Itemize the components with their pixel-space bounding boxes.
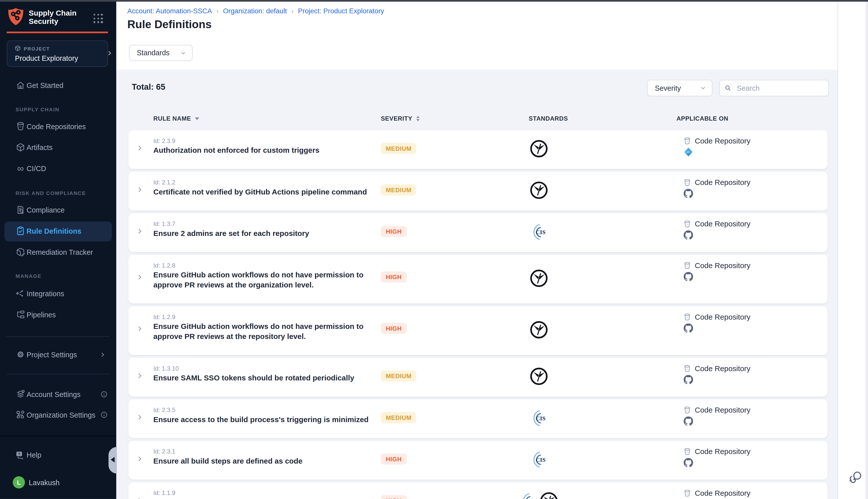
- sidebar-item-artifacts[interactable]: Artifacts: [0, 138, 116, 157]
- code-repository-icon: </>: [683, 137, 692, 145]
- table-row[interactable]: Id: 2.3.5 Ensure access to the build pro…: [128, 399, 828, 438]
- search-box[interactable]: [719, 80, 829, 96]
- table-row[interactable]: Id: 2.1.2 Certificate not verified by Gi…: [128, 172, 828, 210]
- table-row[interactable]: Id: 2.3.1 Ensure all build steps are def…: [128, 441, 828, 479]
- row-expand-chevron-icon[interactable]: [128, 358, 153, 397]
- row-expand-chevron-icon[interactable]: [128, 172, 153, 210]
- sidebar-item-project-settings[interactable]: Project Settings: [0, 345, 116, 364]
- sidebar-item-help[interactable]: ? Help: [0, 445, 116, 464]
- applicable-on-label: Code Repository: [695, 313, 751, 321]
- sidebar-item-label: Code Repositories: [27, 122, 86, 130]
- row-expand-chevron-icon[interactable]: [128, 441, 153, 479]
- sidebar-item-pipelines[interactable]: Pipelines: [0, 305, 116, 324]
- sidebar-item-remediation-tracker[interactable]: Remediation Tracker: [0, 242, 116, 261]
- code-repository-icon: </>: [683, 406, 692, 414]
- sidebar-item-integrations[interactable]: Integrations: [0, 284, 116, 303]
- right-gutter: [838, 0, 868, 499]
- row-expand-chevron-icon[interactable]: [128, 213, 153, 252]
- sort-desc-icon: [195, 117, 199, 120]
- row-expand-chevron-icon[interactable]: [128, 483, 153, 499]
- row-expand-chevron-icon[interactable]: [128, 306, 153, 355]
- breadcrumb-separator-icon: ›: [292, 7, 294, 15]
- column-header-severity[interactable]: SEVERITY: [381, 115, 419, 122]
- svg-text:</>: </>: [686, 317, 689, 319]
- box-pencil-icon: [15, 247, 26, 257]
- applicable-on-cell: </> Code Repository: [601, 399, 828, 438]
- table-row[interactable]: Id: 1.3.10 Ensure SAML SSO tokens should…: [128, 358, 828, 397]
- scrollbar-track[interactable]: [866, 0, 868, 499]
- code-repository-icon: </>: [683, 313, 692, 321]
- github-icon: [684, 230, 693, 240]
- github-icon: [684, 272, 693, 281]
- sidebar-item-label: Get Started: [27, 81, 64, 89]
- rule-id: Id: 1.2.8: [153, 262, 381, 269]
- applicable-on-label: Code Repository: [695, 364, 751, 373]
- rule-id: Id: 2.3.5: [153, 406, 381, 413]
- chat-support-icon[interactable]: [848, 469, 864, 485]
- brand-accent-line: [7, 32, 108, 34]
- avatar[interactable]: L: [13, 476, 25, 488]
- cis-standard-icon: CIS: [530, 409, 548, 427]
- sidebar-item-ci-cd[interactable]: ∞CI/CD: [0, 159, 116, 178]
- table-row[interactable]: Id: 2.3.9 Authorization not enforced for…: [128, 130, 828, 169]
- breadcrumb-link[interactable]: Organization: default: [223, 7, 287, 15]
- column-header-standards: STANDARDS: [529, 115, 568, 122]
- search-icon: [724, 84, 732, 92]
- svg-text:</>: </>: [686, 410, 689, 412]
- sidebar-collapse-handle[interactable]: [109, 447, 117, 474]
- user-name[interactable]: Lavakush: [29, 478, 60, 487]
- severity-cell: MEDIUM: [381, 130, 476, 169]
- infinity-icon: ∞: [15, 163, 26, 173]
- sidebar-section-label: MANAGE: [15, 273, 42, 279]
- sidebar-item-label: Integrations: [27, 290, 64, 298]
- table-row[interactable]: Id: 1.3.7 Ensure 2 admins are set for ea…: [128, 213, 828, 252]
- search-input[interactable]: [736, 83, 821, 93]
- gear-icon: [15, 350, 26, 360]
- sidebar-item-label: Artifacts: [27, 143, 53, 151]
- sidebar-item-label: Remediation Tracker: [27, 248, 93, 256]
- sidebar-item-compliance[interactable]: Compliance: [0, 200, 116, 219]
- project-selector[interactable]: PROJECT Product Exploratory: [7, 40, 108, 67]
- sidebar-item-organization-settings[interactable]: Organization Settings: [0, 405, 116, 424]
- row-expand-chevron-icon[interactable]: [128, 130, 153, 169]
- svg-text:CIS: CIS: [535, 229, 545, 235]
- row-expand-chevron-icon[interactable]: [128, 255, 153, 304]
- svg-text:</>: </>: [686, 224, 689, 226]
- applicable-on-cell: </> Code Repository: [601, 306, 828, 355]
- svg-text:CIS: CIS: [535, 415, 545, 422]
- sidebar-divider: [7, 374, 110, 374]
- project-label: PROJECT: [24, 46, 50, 51]
- breadcrumb-link[interactable]: Account: Automation-SSCA: [127, 7, 212, 15]
- owasp-standard-icon: [530, 269, 548, 288]
- owasp-standard-icon: [540, 492, 558, 499]
- github-icon: [684, 324, 693, 333]
- row-expand-chevron-icon[interactable]: [128, 399, 153, 438]
- standards-cell: [476, 130, 601, 169]
- nine-dot-grid-icon[interactable]: [94, 14, 103, 23]
- rule-name-cell: Id: 2.3.1 Ensure all build steps are def…: [153, 441, 381, 479]
- table-row[interactable]: Id: 1.1.9 HIGH CIS </> Code Repository: [128, 483, 828, 499]
- chevron-right-icon: [106, 49, 113, 57]
- breadcrumb-link[interactable]: Project: Product Exploratory: [298, 7, 384, 15]
- standards-cell: CIS: [476, 399, 601, 438]
- home-icon: [15, 81, 26, 90]
- sidebar-section-label: SUPPLY CHAIN: [15, 106, 60, 112]
- severity-filter-dropdown[interactable]: Severity: [647, 80, 712, 96]
- total-count: Total: 65: [132, 82, 165, 91]
- svg-text:?: ?: [18, 452, 20, 456]
- column-header-applicable-on: APPLICABLE ON: [677, 115, 728, 122]
- sidebar-item-account-settings[interactable]: Account Settings: [0, 385, 116, 404]
- applicable-on-label: Code Repository: [695, 220, 751, 228]
- sidebar-item-rule-definitions[interactable]: Rule Definitions: [0, 222, 116, 241]
- rule-name: Ensure all build steps are defined as co…: [153, 456, 373, 466]
- rule-name-cell: Id: 1.3.10 Ensure SAML SSO tokens should…: [153, 358, 381, 397]
- rule-name-cell: Id: 1.2.9 Ensure GitHub action workflows…: [153, 306, 381, 355]
- sidebar-item-code-repositories[interactable]: </>Code Repositories: [0, 117, 116, 136]
- code-repository-icon: </>: [683, 179, 692, 187]
- table-row[interactable]: Id: 1.2.9 Ensure GitHub action workflows…: [128, 306, 828, 355]
- standards-filter-dropdown[interactable]: Standards: [129, 45, 193, 61]
- table-row[interactable]: Id: 1.2.8 Ensure GitHub action workflows…: [128, 255, 828, 304]
- sidebar-item-label: Organization Settings: [27, 411, 96, 419]
- column-header-rule-name[interactable]: RULE NAME: [153, 115, 199, 122]
- sidebar-item-get-started[interactable]: Get Started: [0, 76, 116, 95]
